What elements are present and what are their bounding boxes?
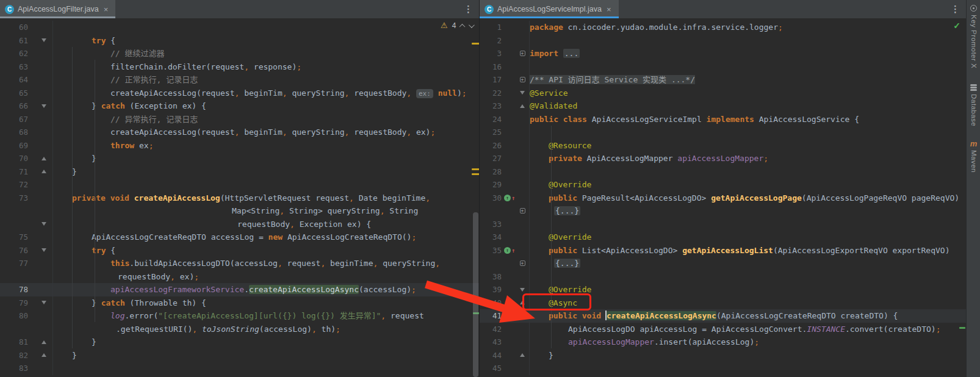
line-number[interactable]: 62 xyxy=(0,47,28,60)
code-line[interactable]: +{...} xyxy=(480,257,966,270)
code-line[interactable]: 2 xyxy=(480,34,966,48)
fold-marker[interactable] xyxy=(37,218,51,231)
code-line[interactable]: 82} xyxy=(0,349,479,362)
folded-region[interactable]: {...} xyxy=(554,206,580,215)
line-number[interactable]: 29 xyxy=(480,178,502,192)
fold-marker[interactable]: + xyxy=(516,204,528,218)
close-icon[interactable]: × xyxy=(104,5,109,14)
fold-marker[interactable]: + xyxy=(516,257,528,270)
line-number[interactable]: 68 xyxy=(0,126,28,139)
line-number[interactable]: 83 xyxy=(0,362,28,375)
line-number[interactable]: 42 xyxy=(480,323,502,336)
code-line[interactable]: 24public class ApiAccessLogServiceImpl i… xyxy=(480,113,966,126)
right-code-editor[interactable]: 1package cn.iocoder.yudao.module.infra.s… xyxy=(480,18,966,375)
folded-region[interactable]: ... xyxy=(563,49,580,58)
code-line[interactable]: 35↑↑public List<ApiAccessLogDO> getApiAc… xyxy=(480,244,966,257)
fold-marker[interactable] xyxy=(37,349,51,362)
code-line[interactable]: 23@Validated xyxy=(480,99,966,113)
line-number[interactable]: 76 xyxy=(0,244,28,257)
line-number[interactable]: 67 xyxy=(0,113,28,126)
line-number[interactable]: 3 xyxy=(480,47,502,60)
line-number[interactable]: 34 xyxy=(480,231,502,244)
line-number[interactable]: 25 xyxy=(480,126,502,139)
line-number[interactable]: 41 xyxy=(480,309,502,323)
folded-region[interactable]: {...} xyxy=(554,259,580,268)
inspections-widget[interactable]: ⚠ 4 xyxy=(441,21,473,30)
code-line[interactable]: 44} xyxy=(480,349,966,362)
code-line[interactable]: 34@Override xyxy=(480,231,966,244)
line-number[interactable]: 24 xyxy=(480,113,502,126)
prev-problem-icon[interactable] xyxy=(459,23,466,29)
error-stripe-mark[interactable] xyxy=(472,173,480,175)
line-number[interactable] xyxy=(480,257,502,270)
line-number[interactable]: 70 xyxy=(0,152,28,165)
line-number[interactable]: 69 xyxy=(0,139,28,153)
code-line[interactable]: 43apiAccessLogMapper.insert(apiAccessLog… xyxy=(480,336,966,349)
line-number[interactable]: 65 xyxy=(0,87,28,100)
line-number[interactable]: 64 xyxy=(0,73,28,87)
line-number[interactable]: 27 xyxy=(480,152,502,165)
code-line[interactable]: 16 xyxy=(480,60,966,74)
code-line[interactable]: 1package cn.iocoder.yudao.module.infra.s… xyxy=(480,21,966,34)
line-number[interactable]: 80 xyxy=(0,309,28,323)
override-gutter-icon[interactable]: ↑↑ xyxy=(504,247,515,254)
line-number[interactable]: 71 xyxy=(0,165,28,179)
code-line[interactable]: 42ApiAccessLogDO apiAccessLog = ApiAcces… xyxy=(480,323,966,336)
fold-marker[interactable] xyxy=(37,165,51,179)
tab-apiaccesslogserviceimpl[interactable]: C ApiAccessLogServiceImpl.java × xyxy=(480,0,619,18)
code-line[interactable]: 28 xyxy=(480,165,966,179)
close-icon[interactable]: × xyxy=(607,5,611,14)
line-number[interactable]: 35 xyxy=(480,244,502,257)
fold-marker[interactable] xyxy=(37,152,51,165)
line-number[interactable]: 39 xyxy=(480,283,502,296)
line-number[interactable]: 73 xyxy=(0,192,28,205)
line-number[interactable]: 63 xyxy=(0,60,28,74)
code-line[interactable]: 29@Override xyxy=(480,178,966,192)
fold-marker[interactable] xyxy=(37,34,51,48)
line-number[interactable] xyxy=(0,218,28,231)
line-number[interactable]: 72 xyxy=(0,178,28,192)
scrollbar-thumb[interactable] xyxy=(473,212,478,377)
code-line[interactable]: 60 xyxy=(0,21,479,34)
line-number[interactable]: 44 xyxy=(480,349,502,362)
line-number[interactable] xyxy=(0,323,28,336)
fold-marker[interactable] xyxy=(37,244,51,257)
fold-marker[interactable] xyxy=(37,296,51,310)
code-line[interactable]: 30↑↑public PageResult<ApiAccessLogDO> ge… xyxy=(480,192,966,205)
line-number[interactable]: 1 xyxy=(480,21,502,34)
code-line[interactable]: +{...} xyxy=(480,204,966,218)
line-number[interactable]: 78 xyxy=(0,283,28,296)
code-line[interactable]: 26@Resource xyxy=(480,139,966,153)
fold-marker[interactable]: + xyxy=(516,73,528,87)
code-line[interactable]: 45 xyxy=(480,362,966,375)
error-stripe-mark[interactable] xyxy=(472,168,480,170)
line-number[interactable] xyxy=(0,204,28,218)
code-line[interactable]: 25 xyxy=(480,126,966,139)
fold-marker[interactable] xyxy=(516,87,528,100)
override-gutter-icon[interactable]: ↑↑ xyxy=(504,195,515,201)
line-number[interactable]: 61 xyxy=(0,34,28,48)
line-number[interactable]: 66 xyxy=(0,99,28,113)
line-number[interactable] xyxy=(0,270,28,284)
line-number[interactable]: 45 xyxy=(480,362,502,375)
line-number[interactable]: 79 xyxy=(0,296,28,310)
code-line[interactable]: 61try { xyxy=(0,34,479,48)
inspections-ok-icon[interactable]: ✓ xyxy=(953,21,960,31)
line-number[interactable]: 75 xyxy=(0,231,28,244)
fold-marker[interactable] xyxy=(37,99,51,113)
fold-marker[interactable] xyxy=(37,336,51,349)
line-number[interactable]: 2 xyxy=(480,34,502,48)
tool-window-button-maven[interactable]: m Maven xyxy=(967,140,980,173)
code-line[interactable]: 22@Service xyxy=(480,87,966,100)
tool-window-button-database[interactable]: Database xyxy=(967,84,980,126)
line-number[interactable]: 28 xyxy=(480,165,502,179)
line-number[interactable] xyxy=(480,204,502,218)
line-number[interactable]: 81 xyxy=(0,336,28,349)
error-stripe-mark[interactable] xyxy=(472,43,480,45)
code-line[interactable]: 17+/** API 访问日志 Service 实现类 ...*/ xyxy=(480,73,966,87)
error-stripe-mark[interactable] xyxy=(959,327,965,329)
more-options-icon[interactable]: ⋮ xyxy=(458,0,479,18)
line-number[interactable]: 23 xyxy=(480,99,502,113)
line-number[interactable]: 16 xyxy=(480,60,502,74)
line-number[interactable]: 22 xyxy=(480,87,502,100)
